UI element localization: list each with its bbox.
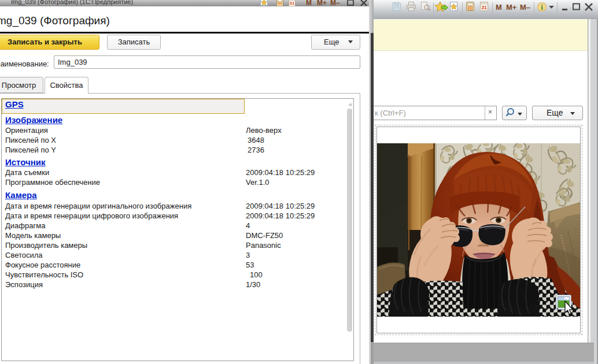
svg-text:M+: M+ bbox=[506, 3, 517, 12]
svg-text:M+: M+ bbox=[317, 0, 327, 6]
svg-text:M: M bbox=[306, 0, 312, 6]
svg-text:31: 31 bbox=[481, 5, 487, 10]
svg-text:31: 31 bbox=[290, 1, 295, 6]
svg-text:M–: M– bbox=[520, 3, 530, 12]
svg-text:i: i bbox=[541, 3, 543, 12]
svg-text:M: M bbox=[496, 3, 502, 12]
svg-text:M–: M– bbox=[330, 0, 340, 6]
